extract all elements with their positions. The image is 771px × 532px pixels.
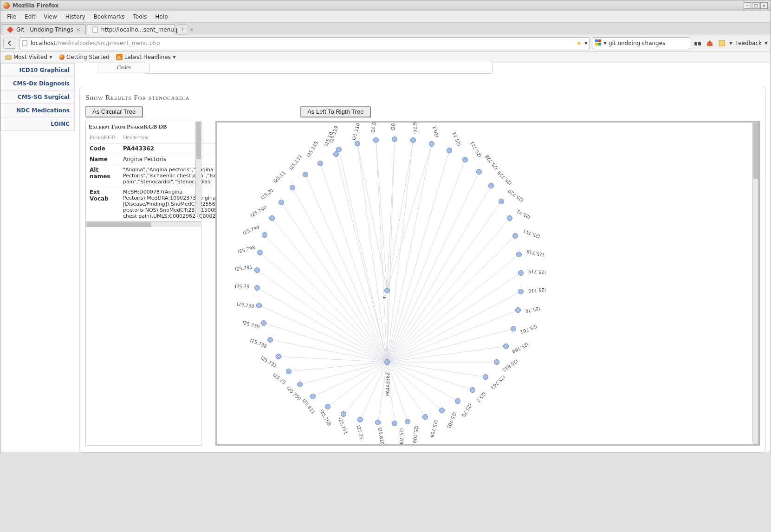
graph-node[interactable] bbox=[410, 137, 416, 143]
graph-node[interactable] bbox=[470, 387, 475, 393]
graph-node[interactable] bbox=[317, 161, 323, 166]
graph-node[interactable] bbox=[254, 267, 260, 273]
graph-node[interactable] bbox=[488, 183, 494, 188]
menu-tools[interactable]: Tools bbox=[130, 12, 151, 21]
close-button[interactable]: × bbox=[760, 2, 768, 9]
graph-node[interactable] bbox=[516, 252, 522, 257]
close-icon[interactable]: × bbox=[189, 26, 194, 33]
feedback-link[interactable]: Feedback bbox=[735, 40, 762, 46]
bookmark-getting-started[interactable]: Getting Started bbox=[59, 54, 110, 60]
graph-node[interactable] bbox=[290, 185, 295, 190]
bookmark-most-visited[interactable]: Most Visited▼ bbox=[5, 54, 52, 60]
graph-node[interactable] bbox=[357, 417, 363, 422]
graph-node[interactable] bbox=[518, 289, 524, 294]
chevron-down-icon[interactable]: ▼ bbox=[729, 41, 732, 45]
menu-bookmarks[interactable]: Bookmarks bbox=[90, 12, 129, 21]
minimize-button[interactable]: − bbox=[744, 2, 751, 9]
sidebar-item-cms-sg[interactable]: CMS-SG Surgical bbox=[0, 91, 75, 104]
menu-edit[interactable]: Edit bbox=[21, 12, 39, 21]
graph-node[interactable] bbox=[503, 344, 509, 349]
graph-node[interactable] bbox=[375, 420, 381, 425]
back-button[interactable] bbox=[3, 38, 16, 49]
menu-help[interactable]: Help bbox=[151, 12, 171, 21]
menu-history[interactable]: History bbox=[62, 12, 89, 21]
sidebar-item-cms-dx[interactable]: CMS-Dx Diagnosis bbox=[0, 77, 75, 91]
cell-key: Alt names bbox=[86, 165, 119, 187]
graph-node[interactable] bbox=[341, 411, 346, 417]
graph-node[interactable] bbox=[384, 359, 390, 365]
graph-node[interactable] bbox=[447, 148, 452, 153]
chevron-down-icon[interactable]: ▼ bbox=[765, 41, 768, 45]
binoculars-icon[interactable] bbox=[693, 39, 702, 48]
graph-node[interactable] bbox=[422, 414, 428, 420]
new-tab-button[interactable]: + bbox=[177, 24, 188, 34]
firefox-icon bbox=[59, 54, 65, 60]
bookmark-latest-headlines[interactable]: Latest Headlines▼ bbox=[116, 54, 176, 60]
graph-node[interactable] bbox=[276, 354, 281, 359]
graph-node[interactable] bbox=[336, 147, 342, 152]
search-field[interactable] bbox=[144, 61, 492, 74]
sidebar-item-ndc[interactable]: NDC Medications bbox=[0, 104, 75, 117]
graph-node[interactable] bbox=[512, 233, 518, 239]
svg-line-41 bbox=[343, 362, 387, 414]
scrollbar-vertical[interactable] bbox=[752, 123, 758, 444]
graph-node[interactable] bbox=[507, 215, 512, 221]
graph-node[interactable] bbox=[310, 394, 316, 399]
chevron-down-icon[interactable]: ▼ bbox=[584, 41, 588, 45]
close-icon[interactable]: × bbox=[76, 26, 81, 33]
graph-node[interactable] bbox=[254, 285, 260, 291]
graph-node[interactable] bbox=[286, 369, 292, 374]
graph-panel[interactable]: #PA443362I25.110I20.8I20I20.9I20.1I25.72… bbox=[215, 121, 760, 446]
tab-codes[interactable]: Codes bbox=[98, 63, 150, 72]
graph-node[interactable] bbox=[355, 141, 360, 146]
graph-node[interactable] bbox=[499, 199, 504, 204]
graph-node[interactable] bbox=[269, 215, 275, 221]
svg-line-40 bbox=[360, 362, 387, 420]
graph-node[interactable] bbox=[262, 232, 267, 238]
svg-rect-4 bbox=[598, 39, 601, 42]
graph-node[interactable] bbox=[267, 337, 273, 343]
graph-node[interactable] bbox=[257, 250, 263, 255]
graph-node[interactable] bbox=[439, 408, 445, 413]
graph-node[interactable] bbox=[392, 136, 397, 142]
home-icon[interactable] bbox=[705, 39, 714, 48]
graph-node[interactable] bbox=[455, 398, 460, 404]
graph-node[interactable] bbox=[429, 141, 434, 147]
tab-localhost[interactable]: http://localho...sent_menu.php × bbox=[87, 24, 175, 35]
sidebar-item-loinc[interactable]: LOINC bbox=[0, 117, 75, 131]
graph-node[interactable] bbox=[476, 169, 482, 175]
graph-node[interactable] bbox=[494, 359, 499, 365]
menu-file[interactable]: File bbox=[3, 12, 20, 21]
graph-node[interactable] bbox=[279, 200, 284, 205]
url-bar[interactable]: localhost/medicalcodes/src/present_menu.… bbox=[19, 37, 590, 49]
graph-node[interactable] bbox=[256, 303, 262, 308]
tab-git-undoing[interactable]: Git - Undoing Things × bbox=[2, 24, 86, 35]
graph-node[interactable] bbox=[483, 374, 488, 380]
star-icon[interactable]: ★ bbox=[577, 40, 582, 46]
svg-line-23 bbox=[387, 218, 510, 362]
maximize-button[interactable]: □ bbox=[752, 2, 759, 9]
graph-node[interactable] bbox=[297, 382, 303, 387]
graph-node[interactable] bbox=[303, 172, 308, 177]
graph-node[interactable] bbox=[515, 307, 521, 313]
graph-node[interactable] bbox=[373, 137, 379, 143]
circular-tree-button[interactable]: As Circular Tree bbox=[85, 106, 143, 117]
graph-node[interactable] bbox=[462, 157, 468, 162]
svg-line-52 bbox=[260, 253, 387, 362]
graph-node[interactable] bbox=[518, 270, 524, 276]
graph-node[interactable] bbox=[261, 320, 266, 326]
graph-node[interactable] bbox=[392, 421, 397, 426]
graph-node[interactable] bbox=[384, 288, 390, 293]
ltr-tree-button[interactable]: As Left To Rigth Tree bbox=[300, 106, 370, 117]
chevron-down-icon[interactable]: ▼ bbox=[603, 41, 607, 45]
scrollbar-horizontal[interactable] bbox=[86, 221, 201, 227]
graph-node[interactable] bbox=[511, 326, 516, 331]
menu-view[interactable]: View bbox=[40, 12, 60, 21]
sidebar-item-icd10[interactable]: ICD10 Graphical bbox=[0, 63, 75, 77]
search-bar[interactable]: ▼ git undoing changes bbox=[593, 37, 690, 49]
notes-icon[interactable] bbox=[717, 39, 726, 48]
scrollbar-vertical[interactable] bbox=[195, 121, 201, 214]
graph-node[interactable] bbox=[325, 404, 330, 409]
graph-node[interactable] bbox=[405, 419, 410, 424]
bookmark-label: Most Visited bbox=[13, 54, 47, 60]
